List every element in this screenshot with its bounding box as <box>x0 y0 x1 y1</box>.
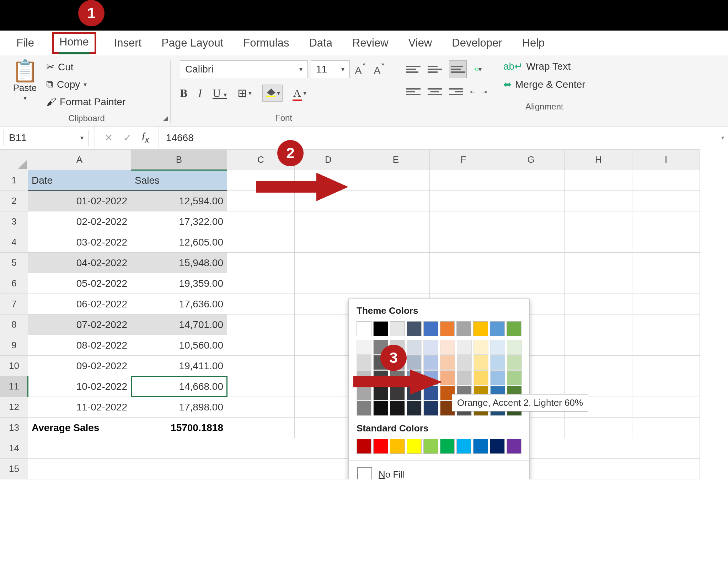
tab-review[interactable]: Review <box>350 34 391 52</box>
color-swatch[interactable] <box>457 355 472 370</box>
cell[interactable] <box>632 418 700 438</box>
cell[interactable] <box>430 170 497 191</box>
cell[interactable] <box>227 418 295 438</box>
align-middle-button[interactable] <box>428 62 442 76</box>
tab-help[interactable]: Help <box>520 34 547 52</box>
name-box[interactable]: B11▾ <box>4 130 89 146</box>
cell[interactable]: 04-02-2022 <box>28 253 131 273</box>
row-header[interactable]: 1 <box>0 170 28 191</box>
color-swatch[interactable] <box>457 340 472 355</box>
color-swatch[interactable] <box>373 321 388 336</box>
cell[interactable]: 19,411.00 <box>131 356 227 376</box>
cell[interactable]: 06-02-2022 <box>28 294 131 314</box>
tab-home[interactable]: Home <box>57 33 91 51</box>
cell[interactable] <box>227 335 295 356</box>
color-swatch[interactable] <box>490 321 505 336</box>
cell[interactable] <box>565 170 632 191</box>
cell[interactable]: 05-02-2022 <box>28 273 131 294</box>
color-swatch[interactable] <box>423 401 438 416</box>
color-swatch[interactable] <box>490 439 505 454</box>
cell[interactable] <box>632 232 700 253</box>
cell[interactable] <box>565 294 632 314</box>
column-header-h[interactable]: H <box>565 150 632 170</box>
cell[interactable] <box>632 376 700 397</box>
cell[interactable] <box>430 211 497 232</box>
align-center-button[interactable] <box>428 85 442 99</box>
color-swatch[interactable] <box>473 439 488 454</box>
cell[interactable] <box>227 397 295 418</box>
orientation-button[interactable]: ⟲▾ <box>474 65 482 73</box>
color-swatch[interactable] <box>373 439 388 454</box>
cell[interactable] <box>295 253 362 273</box>
cell[interactable] <box>565 253 632 273</box>
cell[interactable]: 10,560.00 <box>131 335 227 356</box>
color-swatch[interactable] <box>373 401 388 416</box>
color-swatch[interactable] <box>456 439 471 454</box>
cell[interactable] <box>565 335 632 356</box>
cell[interactable] <box>497 170 565 191</box>
color-swatch[interactable] <box>440 370 455 385</box>
color-swatch-highlighted[interactable] <box>440 355 455 370</box>
tab-developer[interactable]: Developer <box>450 34 504 52</box>
color-swatch[interactable] <box>407 321 422 336</box>
cell[interactable]: 11-02-2022 <box>28 397 131 418</box>
underline-button[interactable]: U ▾ <box>213 87 227 100</box>
tab-formulas[interactable]: Formulas <box>241 34 291 52</box>
cell[interactable] <box>227 211 295 232</box>
row-header[interactable]: 2 <box>0 191 28 211</box>
cell[interactable] <box>632 273 700 294</box>
color-swatch[interactable] <box>507 355 522 370</box>
cell[interactable] <box>227 253 295 273</box>
align-top-button[interactable] <box>406 62 421 76</box>
row-header[interactable]: 15 <box>0 459 28 479</box>
cell[interactable] <box>295 211 362 232</box>
cell[interactable] <box>430 253 497 273</box>
cell[interactable] <box>362 211 430 232</box>
color-swatch[interactable] <box>507 340 522 355</box>
cell[interactable]: 12,594.00 <box>131 191 227 211</box>
cell[interactable] <box>362 232 430 253</box>
column-header-d[interactable]: D <box>295 150 362 170</box>
cell[interactable] <box>565 191 632 211</box>
cell[interactable]: 19,359.00 <box>131 273 227 294</box>
cell[interactable] <box>632 314 700 335</box>
paste-button[interactable]: 📋 Paste ▾ <box>9 60 41 108</box>
column-header-e[interactable]: E <box>362 150 430 170</box>
color-swatch[interactable] <box>473 321 488 336</box>
cell[interactable] <box>430 273 497 294</box>
cell[interactable]: 14,701.00 <box>131 314 227 335</box>
color-swatch[interactable] <box>423 355 438 370</box>
color-swatch[interactable] <box>423 439 438 454</box>
row-header[interactable]: 11 <box>0 376 28 397</box>
align-right-button[interactable] <box>449 85 463 99</box>
decrease-font-size-button[interactable]: A˅ <box>371 62 387 77</box>
merge-center-button[interactable]: ⬌Merge & Center <box>503 79 585 90</box>
column-header-a[interactable]: A <box>28 150 131 170</box>
increase-font-size-button[interactable]: A˄ <box>353 62 369 77</box>
row-header[interactable]: 12 <box>0 397 28 418</box>
column-header-g[interactable]: G <box>497 150 565 170</box>
cell[interactable] <box>565 376 632 397</box>
cell-average-label[interactable]: Average Sales <box>28 418 131 438</box>
cell[interactable]: 07-02-2022 <box>28 314 131 335</box>
cell[interactable]: 14,668.00 <box>131 376 227 397</box>
formula-input[interactable]: 14668 <box>159 127 717 149</box>
font-color-button[interactable]: A ▾ <box>293 87 306 99</box>
cell[interactable] <box>565 314 632 335</box>
italic-button[interactable]: I <box>198 87 202 100</box>
color-swatch[interactable] <box>407 439 422 454</box>
color-swatch[interactable] <box>407 401 422 416</box>
font-name-select[interactable]: Calibri▾ <box>180 60 308 78</box>
cell[interactable] <box>295 232 362 253</box>
borders-button[interactable]: ⊞▾ <box>237 86 252 100</box>
color-swatch[interactable] <box>457 370 472 385</box>
decrease-indent-button[interactable]: ⇤ <box>470 88 475 95</box>
cell[interactable] <box>497 191 565 211</box>
cell[interactable] <box>227 273 295 294</box>
color-swatch[interactable] <box>390 439 405 454</box>
color-swatch[interactable] <box>507 439 521 454</box>
cell[interactable] <box>227 232 295 253</box>
column-header-f[interactable]: F <box>430 150 497 170</box>
fill-color-button[interactable]: ▾ <box>262 85 283 102</box>
cell[interactable]: 17,322.00 <box>131 211 227 232</box>
